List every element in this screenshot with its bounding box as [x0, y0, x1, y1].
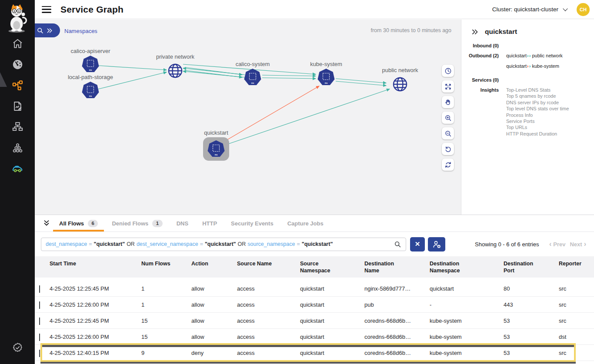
row-expander[interactable]	[35, 334, 50, 340]
insight-process-info[interactable]: Process Info	[506, 112, 569, 118]
pagination: ‹Prev Next›	[547, 240, 588, 248]
flows-table-body: 4-25-2025 12:25:45 PM1allowaccessquickst…	[35, 278, 594, 361]
row-expander[interactable]	[35, 301, 50, 308]
user-settings-button[interactable]	[428, 237, 445, 251]
outbound-link-kube-system[interactable]: quickstart›› kube-system	[506, 63, 563, 69]
zoom-in-button[interactable]	[442, 112, 454, 124]
cell-destination-name: nginx-5869d777…	[364, 285, 430, 292]
filter-token-field: dest_service_namespace	[137, 241, 198, 247]
cell-destination-namespace: -	[430, 301, 504, 308]
top-bar: Service Graph Cluster: quickstart-cluste…	[35, 0, 594, 19]
filter-token-field: source_namespace	[247, 241, 295, 247]
time-range-button[interactable]	[442, 65, 454, 77]
table-row[interactable]: 4-25-2025 12:25:45 PM15allowaccessquicks…	[35, 313, 594, 329]
cell-destination-port: 53	[504, 318, 559, 324]
cell-destination-port: 53	[504, 334, 559, 340]
insight-top-level-dns-stats-over-time[interactable]: Top level DNS stats over time	[506, 106, 569, 112]
sidebar-active-marker	[0, 72, 7, 87]
flow-filter-input[interactable]: dest_namespace="quickstart"ORdest_servic…	[41, 238, 406, 251]
cluster-selector[interactable]: Cluster: quickstart-cluster	[492, 6, 567, 13]
outbound-label: Outbound (2)	[461, 53, 499, 73]
collapse-panel-icon[interactable]	[471, 28, 478, 36]
cell-action: allow	[191, 285, 237, 292]
network-globe-icon	[166, 61, 185, 80]
cell-source-namespace: quickstart	[300, 285, 364, 292]
tab-all-flows[interactable]: All Flows6	[53, 215, 104, 232]
undo-button[interactable]	[442, 143, 454, 155]
sidebar-item-flow-logs[interactable]	[0, 96, 35, 117]
zoom-out-button[interactable]	[442, 127, 454, 139]
graph-node-quickstart[interactable]: quickstartns	[190, 129, 242, 161]
cell-source-namespace: quickstart	[300, 318, 364, 324]
table-row[interactable]: 4-25-2025 12:25:45 PM1allowaccessquickst…	[35, 281, 594, 297]
zoom-out-icon	[444, 130, 452, 137]
cell-reporter: src	[559, 350, 594, 356]
tab-security-events[interactable]: Security Events	[225, 215, 280, 232]
tab-label: Denied Flows	[112, 220, 148, 227]
table-row[interactable]: 4-25-2025 12:26:00 PM15allowaccessquicks…	[35, 329, 594, 345]
insight-top-urls[interactable]: Top URLs	[506, 124, 569, 130]
tab-denied-flows[interactable]: Denied Flows1	[106, 215, 168, 232]
graph-node-public-network[interactable]: public network	[374, 67, 426, 94]
tab-capture-jobs[interactable]: Capture Jobs	[281, 215, 330, 232]
row-expander[interactable]	[35, 285, 50, 292]
column-header-destination-name: Destination Name	[364, 260, 430, 278]
hamburger-menu-icon[interactable]	[42, 6, 51, 13]
row-expander[interactable]	[35, 318, 50, 324]
sidebar-item-clusters[interactable]	[0, 138, 35, 159]
outbound-to: public network	[531, 53, 562, 59]
clusters-icon	[12, 142, 23, 156]
tab-http[interactable]: HTTP	[196, 215, 223, 232]
pan-button[interactable]	[442, 96, 454, 108]
sidebar-item-compliance-badge[interactable]	[0, 338, 35, 359]
graph-node-private-network[interactable]: private network	[149, 53, 201, 80]
refresh-button[interactable]	[442, 159, 454, 171]
column-header-label: Destination Namespace	[430, 260, 469, 274]
graph-node-label: calico-apiserver	[70, 48, 110, 54]
graph-node-calico-apiserver[interactable]: calico-apiserverns	[64, 48, 117, 73]
sidebar-item-home[interactable]	[0, 34, 35, 55]
graph-canvas[interactable]: Namespaces from 30 minutes to 0 minutes …	[35, 20, 461, 215]
cell-destination-namespace: kube-system	[430, 318, 504, 324]
graph-node-kube-system[interactable]: kube-systemns	[300, 61, 352, 86]
cell-source-name: access	[237, 350, 300, 356]
insight-top-5-qnames-by-rcode[interactable]: Top 5 qnames by rcode	[506, 93, 569, 99]
cell-destination-namespace: quickstart	[430, 285, 504, 292]
graph-node-label: public network	[382, 67, 418, 73]
cell-source-namespace: quickstart	[300, 350, 364, 356]
avatar[interactable]: CH	[577, 3, 590, 16]
insight-http-request-duration[interactable]: HTTP Request Duration	[506, 131, 569, 137]
compliance-badge-icon	[12, 342, 23, 355]
tab-label: Capture Jobs	[287, 220, 324, 227]
insight-top-level-dns-stats[interactable]: Top-Level DNS Stats	[506, 87, 569, 93]
cell-destination-name: coredns-668d6b…	[364, 318, 430, 324]
cell-num-flows: 1	[141, 301, 191, 308]
breadcrumb[interactable]: Namespaces	[64, 28, 97, 34]
prev-button[interactable]: ‹Prev	[547, 240, 566, 248]
row-expander[interactable]	[35, 350, 50, 356]
outbound-link-public-network[interactable]: quickstart›› public network	[506, 53, 563, 59]
cell-source-name: access	[237, 334, 300, 340]
graph-node-local-path-storage[interactable]: local-path-storagens	[64, 74, 117, 99]
graph-search-button[interactable]	[35, 23, 60, 37]
table-row[interactable]: 4-25-2025 12:40:15 PM9denyaccessquicksta…	[35, 345, 594, 361]
collapse-flows-icon[interactable]	[42, 218, 51, 228]
fit-screen-button[interactable]	[442, 80, 454, 93]
insight-dns-server-ips-by-rcode[interactable]: DNS server IPs by rcode	[506, 99, 569, 106]
tab-dns[interactable]: DNS	[170, 215, 194, 232]
table-row[interactable]: 4-25-2025 12:26:00 PM1allowaccessquickst…	[35, 297, 594, 313]
sidebar-item-car[interactable]	[0, 159, 35, 180]
next-button[interactable]: Next›	[570, 240, 588, 248]
sidebar-item-network-topology[interactable]	[0, 117, 35, 138]
chevron-right-icon: ›	[584, 240, 586, 248]
clear-filter-button[interactable]: ✕	[410, 237, 425, 251]
cluster-label: Cluster: quickstart-cluster	[492, 6, 558, 13]
graph-node-calico-system[interactable]: calico-systemns	[227, 61, 279, 86]
chevron-down-icon	[39, 350, 40, 357]
cell-source-namespace: quickstart	[300, 301, 364, 308]
detail-panel-title: quickstart	[485, 28, 517, 36]
insight-service-ports[interactable]: Service Ports	[506, 118, 569, 124]
cell-start-time: 4-25-2025 12:25:45 PM	[50, 285, 141, 292]
graph-node-label: local-path-storage	[68, 74, 113, 80]
namespace-icon: ns	[82, 56, 99, 73]
